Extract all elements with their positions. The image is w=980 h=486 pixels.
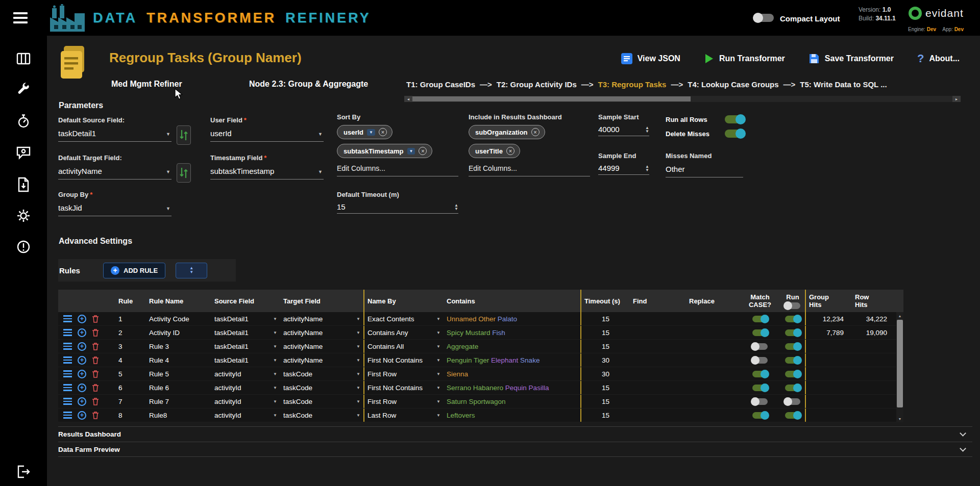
duplicate-rule-icon[interactable]: + [78, 356, 86, 365]
timeout-value[interactable]: 15 [581, 381, 630, 394]
drag-handle-icon[interactable] [63, 356, 72, 364]
source-swap-button[interactable] [177, 125, 191, 145]
match-case-toggle[interactable] [752, 357, 768, 364]
timeout-value[interactable]: 30 [581, 367, 630, 380]
source-field-select[interactable]: activityId▼ [211, 367, 280, 380]
drag-handle-icon[interactable] [63, 412, 72, 419]
contains-value[interactable]: Serrano Habanero Pequin Pasilla [444, 381, 581, 394]
compact-layout-toggle[interactable] [754, 14, 774, 22]
target-field-select[interactable]: taskCode▼ [280, 408, 364, 422]
source-field-select[interactable]: taskDetail1▼ [211, 312, 280, 325]
rule-run-toggle[interactable] [785, 398, 800, 405]
number-stepper[interactable]: ▲▼ [454, 203, 458, 211]
match-case-toggle[interactable] [752, 385, 768, 391]
rule-name[interactable]: Rule 6 [146, 381, 211, 394]
sort-chip-subtasktimestamp[interactable]: subtaskTimestamp ▼ × [337, 144, 432, 158]
chain-t3-active[interactable]: T3: Regroup Tasks [598, 80, 667, 89]
chat-gear-icon[interactable] [16, 145, 31, 160]
save-transformer-button[interactable]: Save Transformer [808, 53, 894, 64]
delete-rule-icon[interactable] [92, 397, 99, 405]
default-timeout-input[interactable]: 15 ▲▼ [337, 202, 458, 214]
drag-handle-icon[interactable] [63, 370, 72, 377]
scrollbar-thumb[interactable] [412, 96, 691, 101]
name-by-select[interactable]: Contains Any▼ [364, 326, 444, 339]
rule-run-toggle[interactable] [785, 412, 800, 419]
replace-input[interactable] [686, 326, 740, 339]
timeout-value[interactable]: 15 [581, 326, 630, 339]
rules-sort-button[interactable]: ▲▼ [176, 263, 207, 278]
contains-value[interactable]: Aggregate [444, 340, 581, 353]
target-field-select[interactable]: activityName▼ [280, 340, 364, 353]
match-case-toggle[interactable] [752, 412, 768, 419]
contains-value[interactable]: Leftovers [444, 408, 581, 422]
wrench-icon[interactable] [16, 82, 31, 97]
rule-name[interactable]: Rule 4 [146, 353, 211, 367]
drag-handle-icon[interactable] [63, 343, 72, 350]
rule-name[interactable]: Rule 7 [146, 395, 211, 408]
source-field-select[interactable]: taskDetail1▼ [211, 326, 280, 339]
rule-name[interactable]: Rule8 [146, 408, 211, 422]
scroll-down-icon[interactable]: ▼ [896, 415, 903, 422]
duplicate-rule-icon[interactable]: + [78, 397, 86, 406]
name-by-select[interactable]: First Not Contains▼ [364, 353, 444, 367]
sample-start-input[interactable]: 40000 ▲▼ [598, 125, 649, 136]
view-json-button[interactable]: View JSON [621, 53, 680, 64]
delete-rule-icon[interactable] [92, 383, 99, 392]
drag-handle-icon[interactable] [63, 384, 72, 391]
replace-input[interactable] [686, 395, 740, 408]
find-input[interactable] [630, 340, 686, 353]
match-case-toggle[interactable] [752, 329, 768, 336]
source-field-select[interactable]: taskDetail1▼ [211, 353, 280, 367]
chain-t5[interactable]: T5: Write Data to SQL ... [800, 80, 887, 89]
rule-run-toggle[interactable] [785, 385, 800, 391]
find-input[interactable] [630, 381, 686, 394]
timer-icon[interactable] [16, 114, 31, 129]
timeout-value[interactable]: 15 [581, 340, 630, 353]
about-button[interactable]: ? About... [917, 52, 960, 65]
file-export-icon[interactable] [16, 177, 31, 192]
scroll-left-icon[interactable]: ◄ [404, 96, 412, 102]
find-input[interactable] [630, 367, 686, 380]
number-stepper[interactable]: ▲▼ [645, 126, 649, 133]
rule-name[interactable]: Rule 5 [146, 367, 211, 380]
source-field-select[interactable]: activityId▼ [211, 395, 280, 408]
number-stepper[interactable]: ▲▼ [645, 165, 649, 172]
target-field-select[interactable]: taskCode▼ [280, 381, 364, 394]
duplicate-rule-icon[interactable]: + [78, 328, 86, 337]
replace-input[interactable] [686, 353, 740, 367]
timeout-value[interactable]: 15 [581, 395, 630, 408]
name-by-select[interactable]: Exact Contents▼ [364, 312, 444, 325]
dashboard-chip-suborganization[interactable]: subOrganization × [469, 125, 545, 139]
run-all-rules-toggle[interactable] [785, 302, 800, 309]
match-case-toggle[interactable] [752, 398, 768, 405]
chain-t4[interactable]: T4: Lookup Case Groups [688, 80, 778, 89]
run-all-rows-toggle[interactable] [725, 115, 744, 123]
chain-scrollbar[interactable]: ◄ ► [404, 96, 961, 102]
timeout-value[interactable]: 15 [581, 312, 630, 325]
timeout-value[interactable]: 30 [581, 353, 630, 367]
sample-end-input[interactable]: 44999 ▲▼ [598, 164, 649, 175]
settings-gear-icon[interactable] [16, 208, 31, 223]
scroll-right-icon[interactable]: ► [952, 96, 961, 102]
contains-value[interactable]: Sienna [444, 367, 581, 380]
name-by-select[interactable]: First Not Contains▼ [364, 381, 444, 394]
chevron-down-icon[interactable] [960, 430, 966, 437]
contains-value[interactable]: Penguin Tiger Elephant Snake [444, 353, 581, 367]
breadcrumb-node[interactable]: Node 2.3: Group & Aggregagte [249, 80, 368, 89]
chip-remove-icon[interactable]: × [379, 128, 387, 136]
delete-rule-icon[interactable] [92, 411, 99, 419]
source-field-select[interactable]: taskDetail1▼ [211, 340, 280, 353]
source-field-select[interactable]: activityId▼ [211, 381, 280, 394]
rule-run-toggle[interactable] [785, 316, 800, 322]
rule-run-toggle[interactable] [785, 371, 800, 377]
contains-value[interactable]: Spicy Mustard Fish [444, 326, 581, 339]
group-by-select[interactable]: taskJid▼ [58, 202, 172, 216]
user-field-select[interactable]: userId▼ [210, 128, 324, 142]
find-input[interactable] [630, 312, 686, 325]
chain-t1[interactable]: T1: Group CaseIDs [406, 80, 475, 89]
results-dashboard-section[interactable]: Results Dashboard [58, 426, 972, 442]
exit-logout-icon[interactable] [16, 464, 31, 479]
run-transformer-button[interactable]: Run Transformer [704, 53, 785, 64]
delete-rule-icon[interactable] [92, 356, 99, 364]
drag-handle-icon[interactable] [63, 329, 72, 336]
